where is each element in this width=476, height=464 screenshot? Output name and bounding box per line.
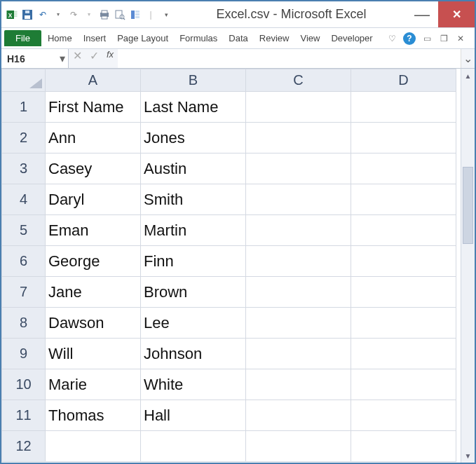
cell-A6[interactable]: George	[46, 246, 141, 277]
col-header-C[interactable]: C	[246, 69, 351, 92]
minimize-button[interactable]: —	[406, 1, 438, 27]
cell-C3[interactable]	[246, 153, 351, 184]
cell-C7[interactable]	[246, 277, 351, 308]
save-icon[interactable]	[21, 8, 34, 21]
cell-C12[interactable]	[246, 431, 351, 462]
scroll-thumb[interactable]	[463, 167, 473, 244]
cell-C1[interactable]	[246, 92, 351, 123]
row-header-3[interactable]: 3	[2, 153, 46, 184]
qat-customize-icon[interactable]: ▾	[160, 8, 172, 21]
fx-icon[interactable]: fx	[102, 49, 118, 68]
close-button[interactable]: ✕	[438, 1, 475, 27]
help-icon[interactable]: ?	[403, 32, 416, 45]
row-header-5[interactable]: 5	[2, 215, 46, 246]
cell-B12[interactable]	[141, 431, 246, 462]
cell-B11[interactable]: Hall	[141, 400, 246, 431]
row-header-7[interactable]: 7	[2, 277, 46, 308]
cell-C11[interactable]	[246, 400, 351, 431]
col-header-A[interactable]: A	[46, 69, 141, 92]
tab-data[interactable]: Data	[224, 30, 252, 46]
row-header-11[interactable]: 11	[2, 400, 46, 431]
cell-B1[interactable]: Last Name	[141, 92, 246, 123]
cell-C9[interactable]	[246, 339, 351, 369]
cell-B6[interactable]: Finn	[141, 246, 246, 277]
redo-dropdown-icon[interactable]: ▾	[83, 8, 95, 21]
row-header-10[interactable]: 10	[2, 369, 46, 400]
print-preview-icon[interactable]	[114, 8, 126, 21]
cell-C6[interactable]	[246, 246, 351, 277]
restore-workbook-icon[interactable]: ❐	[438, 34, 449, 43]
tab-view[interactable]: View	[295, 30, 325, 46]
cell-D12[interactable]	[351, 431, 456, 462]
cell-D7[interactable]	[351, 277, 456, 308]
cell-A5[interactable]: Eman	[46, 215, 141, 246]
row-header-8[interactable]: 8	[2, 308, 46, 339]
cell-B3[interactable]: Austin	[141, 153, 246, 184]
tab-home[interactable]: Home	[43, 30, 77, 46]
row-header-6[interactable]: 6	[2, 246, 46, 277]
cell-A7[interactable]: Jane	[46, 277, 141, 308]
cell-C4[interactable]	[246, 184, 351, 215]
cell-B8[interactable]: Lee	[141, 308, 246, 339]
col-header-D[interactable]: D	[351, 69, 456, 92]
cell-D9[interactable]	[351, 339, 456, 369]
cell-D1[interactable]	[351, 92, 456, 123]
tab-formulas[interactable]: Formulas	[175, 30, 222, 46]
grid[interactable]: A B C D 1 First Name Last Name 2 Ann Jon…	[1, 69, 461, 463]
select-all-corner[interactable]	[2, 69, 46, 92]
minimize-ribbon-icon[interactable]: ▭	[421, 34, 433, 43]
col-header-B[interactable]: B	[141, 69, 246, 92]
cell-D11[interactable]	[351, 400, 456, 431]
cell-C10[interactable]	[246, 369, 351, 400]
name-box-dropdown-icon[interactable]: ▾	[57, 52, 68, 65]
redo-icon[interactable]: ↷	[67, 8, 80, 21]
scroll-down-icon[interactable]: ▼	[461, 449, 475, 463]
file-tab[interactable]: File	[4, 30, 41, 46]
cell-D3[interactable]	[351, 153, 456, 184]
cell-B10[interactable]: White	[141, 369, 246, 400]
cell-B7[interactable]: Brown	[141, 277, 246, 308]
cell-A4[interactable]: Daryl	[46, 184, 141, 215]
formula-input[interactable]	[118, 49, 461, 68]
cell-A1[interactable]: First Name	[46, 92, 141, 123]
excel-icon[interactable]: X	[6, 8, 18, 21]
formula-expand-icon[interactable]: ⌄	[461, 49, 475, 68]
undo-icon[interactable]: ↶	[36, 8, 49, 21]
cell-D10[interactable]	[351, 369, 456, 400]
vertical-scrollbar[interactable]: ▲ ▼	[461, 69, 475, 463]
row-header-9[interactable]: 9	[2, 339, 46, 369]
scroll-track[interactable]	[461, 83, 475, 449]
cell-A12[interactable]	[46, 431, 141, 462]
scroll-up-icon[interactable]: ▲	[461, 69, 475, 83]
print-icon[interactable]	[98, 8, 111, 21]
tab-developer[interactable]: Developer	[326, 30, 377, 46]
tab-review[interactable]: Review	[254, 30, 294, 46]
cell-C5[interactable]	[246, 215, 351, 246]
row-header-2[interactable]: 2	[2, 123, 46, 153]
ribbon-options-icon[interactable]: ♡	[386, 34, 397, 43]
cell-C2[interactable]	[246, 123, 351, 153]
cell-D8[interactable]	[351, 308, 456, 339]
cell-A3[interactable]: Casey	[46, 153, 141, 184]
cell-A10[interactable]: Marie	[46, 369, 141, 400]
cell-A8[interactable]: Dawson	[46, 308, 141, 339]
cell-D5[interactable]	[351, 215, 456, 246]
cell-B9[interactable]: Johnson	[141, 339, 246, 369]
name-box[interactable]: H16 ▾	[1, 49, 69, 68]
cell-A2[interactable]: Ann	[46, 123, 141, 153]
close-workbook-icon[interactable]: ✕	[455, 34, 466, 43]
cell-B4[interactable]: Smith	[141, 184, 246, 215]
cell-A9[interactable]: Will	[46, 339, 141, 369]
form-icon[interactable]	[129, 8, 142, 21]
row-header-1[interactable]: 1	[2, 92, 46, 123]
cell-D2[interactable]	[351, 123, 456, 153]
row-header-4[interactable]: 4	[2, 184, 46, 215]
cell-C8[interactable]	[246, 308, 351, 339]
cell-B5[interactable]: Martin	[141, 215, 246, 246]
cell-B2[interactable]: Jones	[141, 123, 246, 153]
cell-D4[interactable]	[351, 184, 456, 215]
cell-A11[interactable]: Thomas	[46, 400, 141, 431]
tab-page-layout[interactable]: Page Layout	[112, 30, 173, 46]
row-header-12[interactable]: 12	[2, 431, 46, 462]
tab-insert[interactable]: Insert	[79, 30, 111, 46]
